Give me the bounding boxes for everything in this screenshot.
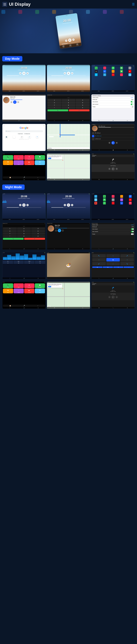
key-2[interactable]: 2 <box>62 99 76 101</box>
nav-arrow-center[interactable]: ● <box>106 258 120 262</box>
app-extra1[interactable]: ♪ <box>120 73 123 76</box>
func-btn-1[interactable]: ▶▶ <box>92 266 102 268</box>
key-3[interactable]: 3 <box>76 99 90 101</box>
night-call-close[interactable]: ✕ <box>44 223 45 224</box>
nk-3[interactable]: 3 <box>31 228 45 230</box>
key-5[interactable]: 5 <box>62 102 76 104</box>
night-bt-music-close[interactable]: ✕ <box>89 223 90 224</box>
nk-5[interactable]: 5 <box>17 230 31 232</box>
play-2[interactable]: ⏸ <box>67 72 70 75</box>
night-hangup-btn[interactable]: 📵 <box>24 238 45 240</box>
ncp-spotify[interactable]: ♪ Spotify <box>14 288 24 293</box>
night-auto-answer-toggle[interactable] <box>131 228 134 230</box>
cp-messages[interactable]: 💬 Messages <box>35 155 45 160</box>
night-dial-btn[interactable]: 📞 <box>3 238 24 240</box>
night-app-3-5[interactable]: ❤ <box>129 202 132 204</box>
nk-4[interactable]: 4 <box>3 230 17 232</box>
cp-youtube[interactable]: ▶ YouTube <box>24 160 34 165</box>
nav-arrow-up[interactable]: ↑ <box>106 254 120 258</box>
key-8[interactable]: 8 <box>62 104 76 106</box>
nav-arrow-down[interactable]: ↓ <box>106 262 120 265</box>
nnp-play[interactable]: ▶ <box>112 296 115 299</box>
eq-ctrl-6[interactable]: Mid <box>14 262 24 264</box>
eq-ctrl-8[interactable]: Fad <box>35 262 45 264</box>
eq-ctrl-7[interactable]: Bal <box>24 262 34 264</box>
local-prev[interactable]: ⏮ <box>108 142 110 144</box>
nav-arrow-dl[interactable]: ↙ <box>92 262 106 265</box>
bt-next[interactable]: ⏭ <box>17 101 19 103</box>
night-go-button[interactable]: GO <box>48 286 51 287</box>
cp-music[interactable]: 🎵 Music <box>14 155 24 160</box>
night-dock-back[interactable]: ← <box>37 305 38 306</box>
local-play[interactable]: ▶ <box>112 141 115 144</box>
prev-btn[interactable]: ⏮ <box>65 40 68 42</box>
night-auto-connect-toggle[interactable] <box>131 231 134 232</box>
night-settings-close[interactable]: ✕ <box>134 223 134 224</box>
nav-arrow-dr[interactable]: ↘ <box>120 262 134 265</box>
app-waze[interactable]: W <box>95 73 98 76</box>
cp-waze[interactable]: W Waze <box>35 160 45 165</box>
np-prev[interactable]: ⏮ <box>108 168 110 170</box>
nk-0[interactable]: 0 <box>17 235 31 237</box>
night-app-extra[interactable]: ♫ <box>120 198 123 201</box>
auto-connect-toggle[interactable] <box>131 104 134 105</box>
np-next[interactable]: ⏭ <box>116 168 118 170</box>
menu-button[interactable] <box>2 2 7 7</box>
key-6[interactable]: 6 <box>76 102 90 104</box>
key-hash[interactable]: # <box>76 106 90 109</box>
night-app-3-2[interactable]: 🎙 <box>103 202 106 204</box>
local-song-3[interactable]: M_对话_III.mp3 <box>92 138 134 140</box>
nk-hash[interactable]: # <box>31 235 45 237</box>
nk-1[interactable]: 1 <box>3 228 17 230</box>
next-1[interactable]: ⏭ <box>26 72 29 74</box>
app-phone[interactable]: 📞 <box>95 66 98 70</box>
func-btn-2[interactable]: ◀◀ <box>103 266 113 268</box>
bt-play[interactable]: ⏸ <box>13 100 16 104</box>
ncp-maps[interactable]: 🗺 Maps <box>3 288 13 293</box>
ncp-podcasts[interactable]: 🎙 Podcasts <box>24 284 34 288</box>
key-9[interactable]: 9 <box>76 104 90 106</box>
shortcut-2[interactable]: 🗺 <box>13 136 16 138</box>
app-camera[interactable]: 📷 <box>95 70 98 73</box>
next-btn[interactable]: ⏭ <box>72 38 75 41</box>
bt-music-close[interactable]: ✕ <box>44 94 45 96</box>
dial-btn[interactable]: DIAL <box>62 45 64 48</box>
night-prev-1[interactable]: ⏮ <box>19 204 22 206</box>
night-bt-next[interactable]: ⏭ <box>62 230 64 232</box>
nk-9[interactable]: 9 <box>31 232 45 235</box>
local-next[interactable]: ⏭ <box>116 142 118 144</box>
eq-ctrl-3[interactable]: Treble <box>24 260 34 262</box>
play-btn[interactable]: ⏸ <box>68 38 72 42</box>
func-btn-4[interactable]: ↩ <box>124 266 134 268</box>
lucky-btn[interactable]: I'm Feeling Lucky <box>24 133 30 134</box>
nav-arrow-ur[interactable]: ↗ <box>120 254 134 258</box>
nnp-next[interactable]: ⏭ <box>116 296 118 298</box>
bt-call-close[interactable]: ✕ <box>89 94 90 96</box>
key-star[interactable]: * <box>48 106 61 109</box>
dock-back[interactable]: ← <box>37 177 38 178</box>
night-prev-2[interactable]: ⏮ <box>64 204 66 206</box>
nk-8[interactable]: 8 <box>17 232 31 235</box>
bt-prev[interactable]: ⏮ <box>10 101 12 103</box>
app-settings[interactable]: ⚙ <box>128 66 131 70</box>
nk-6[interactable]: 6 <box>31 230 45 232</box>
key-1[interactable]: 1 <box>48 99 61 101</box>
ncp-messages[interactable]: 💬 Messages <box>35 284 45 288</box>
local-song-1[interactable]: 华年_对话.mp3 <box>92 132 134 135</box>
func-btn-3[interactable]: OK <box>113 266 124 268</box>
app-messages[interactable]: 💬 <box>120 66 123 70</box>
night-dock-home[interactable]: 🏠 <box>9 305 11 306</box>
cp-maps[interactable]: 🗺 Maps <box>3 160 13 165</box>
app-radio[interactable]: 📻 <box>112 70 114 73</box>
app-music[interactable]: 🎵 <box>103 66 106 70</box>
prev-2[interactable]: ⏮ <box>64 72 66 74</box>
night-flower-toggle[interactable] <box>131 233 134 235</box>
night-play-2[interactable]: ⏸ <box>67 204 70 207</box>
night-bt-play[interactable]: ⏸ <box>58 229 61 232</box>
night-next-2[interactable]: ⏭ <box>71 204 73 206</box>
bt-settings-close[interactable]: ✕ <box>133 95 134 96</box>
eq-ctrl-5[interactable]: Vol <box>3 262 13 264</box>
next-2[interactable]: ⏭ <box>71 72 73 74</box>
app-youtube[interactable]: ▶ <box>128 70 131 73</box>
auto-answer-toggle[interactable] <box>131 101 134 102</box>
